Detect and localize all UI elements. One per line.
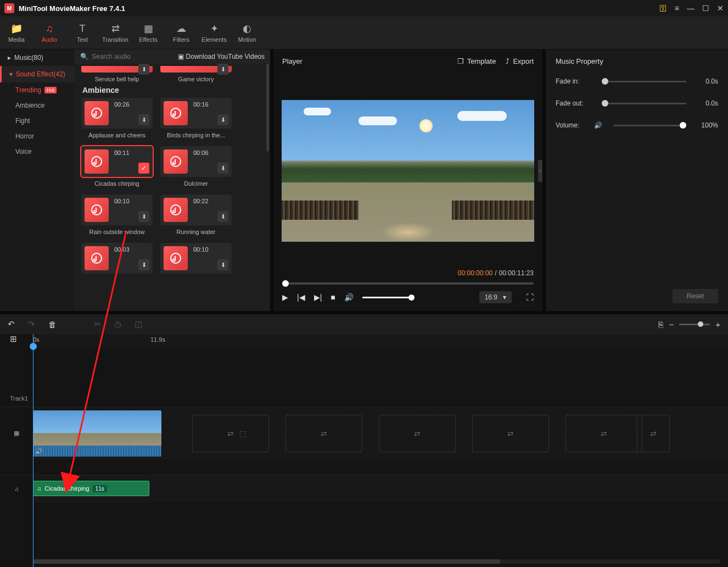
undo-button[interactable]: ↶ — [8, 319, 15, 329]
audio-card[interactable]: 00:11✓ — [81, 146, 153, 177]
zoom-slider[interactable] — [679, 324, 710, 325]
audio-card[interactable]: 00:06⬇ — [160, 146, 232, 177]
split-button[interactable]: ✂ — [94, 319, 101, 329]
close-button[interactable]: ✕ — [717, 4, 724, 13]
tab-elements[interactable]: ✦Elements — [198, 19, 231, 46]
menu-icon[interactable]: ≡ — [675, 4, 679, 13]
download-icon[interactable]: ⬇ — [217, 259, 228, 270]
audio-track-icon[interactable]: ♫ — [0, 486, 33, 492]
clip-placeholder[interactable]: ⬚ — [226, 415, 259, 452]
audio-clip[interactable]: ♫ Cicadas chirping 11s — [33, 481, 149, 496]
tab-effects[interactable]: ▦Effects — [132, 19, 165, 46]
template-button[interactable]: ❐Template — [457, 57, 496, 65]
audio-card[interactable]: ⬇ — [81, 66, 153, 73]
maximize-button[interactable]: ☐ — [702, 4, 709, 13]
sidebar-fight[interactable]: Fight — [0, 113, 75, 129]
download-icon[interactable]: ⬇ — [138, 114, 149, 125]
prev-frame-button[interactable]: |◀ — [297, 293, 305, 302]
clip-placeholder[interactable]: ⇄ — [379, 415, 456, 452]
download-icon[interactable]: ⬇ — [217, 163, 228, 174]
add-track-button[interactable]: ⊞ — [10, 334, 17, 344]
audio-card[interactable]: ⬇ — [160, 66, 232, 73]
crop-button[interactable]: ◫ — [135, 319, 142, 329]
download-icon[interactable]: ⬇ — [217, 211, 228, 222]
download-icon[interactable]: ⬇ — [138, 211, 149, 222]
play-button[interactable]: ▶ — [282, 293, 288, 302]
search-input-wrap[interactable]: 🔍 — [80, 53, 173, 60]
clip-placeholder[interactable]: ⇄ — [637, 415, 670, 452]
video-track-icon[interactable]: ▦ — [0, 430, 33, 437]
reset-button[interactable]: Reset — [673, 289, 718, 303]
download-icon[interactable]: ⬇ — [217, 114, 228, 125]
audio-card[interactable]: 00:26⬇ — [81, 98, 153, 129]
clip-placeholder[interactable]: ⇄ — [565, 415, 642, 452]
zoom-out-button[interactable]: − — [669, 320, 674, 329]
sidebar-music[interactable]: ▸Music(80) — [0, 49, 75, 66]
tab-media[interactable]: 📁Media — [0, 19, 33, 46]
aspect-ratio-select[interactable]: 16:9▾ — [479, 291, 512, 303]
clip-placeholder[interactable]: ⇄ — [285, 415, 362, 452]
playhead[interactable] — [33, 334, 33, 567]
download-icon[interactable]: ⬇ — [217, 64, 228, 75]
stop-button[interactable]: ■ — [331, 293, 335, 302]
audio-card[interactable]: 00:10⬇ — [81, 194, 153, 225]
download-icon[interactable]: ⬇ — [138, 259, 149, 270]
volume-prop-slider[interactable] — [613, 125, 686, 126]
preview-area[interactable]: › — [273, 73, 542, 268]
music-icon: ♫ — [33, 23, 66, 35]
speed-button[interactable]: ◷ — [114, 319, 121, 329]
sidebar-trending[interactable]: TrendingHot — [0, 82, 75, 98]
track-label: Track1 — [0, 390, 728, 407]
tab-text[interactable]: TText — [66, 20, 99, 46]
timeline-ruler[interactable]: 0s 11.9s — [33, 334, 728, 347]
tab-audio[interactable]: ♫Audio — [33, 20, 66, 46]
audio-card[interactable]: 00:03⬇ — [81, 243, 153, 274]
video-clip[interactable]: 🔊 — [33, 410, 161, 457]
redo-button[interactable]: ↷ — [28, 319, 35, 329]
tab-transition[interactable]: ⇄Transition — [99, 19, 132, 46]
panel-collapse-handle[interactable]: › — [538, 160, 542, 182]
check-icon[interactable]: ✓ — [138, 163, 149, 174]
timeline-scrollbar[interactable] — [33, 559, 720, 564]
sidebar-ambience[interactable]: Ambience — [0, 98, 75, 113]
music-icon: ♫ — [37, 485, 41, 492]
chevron-down-icon: ▾ — [503, 293, 506, 301]
fit-zoom-button[interactable]: ⎘ — [658, 320, 663, 329]
sidebar-horror[interactable]: Horror — [0, 129, 75, 144]
key-icon[interactable]: ⚿ — [659, 4, 667, 13]
search-input[interactable] — [92, 53, 173, 60]
export-button[interactable]: ⤴Export — [506, 57, 534, 65]
volume-icon[interactable]: 🔊 — [344, 293, 354, 302]
seek-bar[interactable] — [282, 282, 534, 285]
seek-knob[interactable] — [282, 280, 289, 287]
clip-placeholder[interactable]: ⇄ — [472, 415, 549, 452]
app-logo: M — [4, 3, 14, 13]
zoom-in-button[interactable]: + — [715, 320, 720, 329]
speaker-icon[interactable]: 🔊 — [594, 121, 602, 129]
video-track: ▦ 🔊 ⇄ ⬚ ⇄ ⇄ ⇄ ⇄ ⇄ — [0, 407, 728, 459]
library-scrollbar[interactable] — [266, 64, 269, 152]
player-panel: Player ❐Template ⤴Export › 00:00:0 — [273, 49, 542, 311]
audio-card[interactable]: 00:10⬇ — [160, 243, 232, 274]
playhead-handle[interactable] — [30, 343, 37, 350]
audio-card[interactable]: 00:16⬇ — [160, 98, 232, 129]
fullscreen-button[interactable]: ⛶ — [526, 293, 534, 302]
audio-thumb-icon — [85, 246, 109, 270]
card-label: Running water — [160, 229, 232, 235]
next-frame-button[interactable]: ▶| — [314, 293, 322, 302]
volume-slider[interactable] — [362, 297, 412, 298]
sidebar-voice[interactable]: Voice — [0, 144, 75, 159]
tab-motion[interactable]: ◐Motion — [231, 19, 264, 46]
audio-thumb-icon — [164, 198, 188, 222]
download-icon[interactable]: ⬇ — [138, 64, 149, 75]
audio-card[interactable]: 00:22⬇ — [160, 194, 232, 225]
fade-in-slider[interactable] — [602, 81, 686, 82]
section-title: Ambience — [82, 86, 262, 94]
sidebar-sound-effect[interactable]: ▾Sound Effect(42) — [0, 66, 75, 82]
fade-out-slider[interactable] — [602, 103, 686, 104]
tab-filters[interactable]: ☁Filters — [165, 19, 198, 46]
minimize-button[interactable]: — — [687, 4, 695, 13]
filters-icon: ☁ — [165, 23, 198, 35]
delete-button[interactable]: 🗑 — [48, 320, 57, 329]
download-youtube-link[interactable]: ▣Download YouTube Videos — [178, 53, 265, 60]
